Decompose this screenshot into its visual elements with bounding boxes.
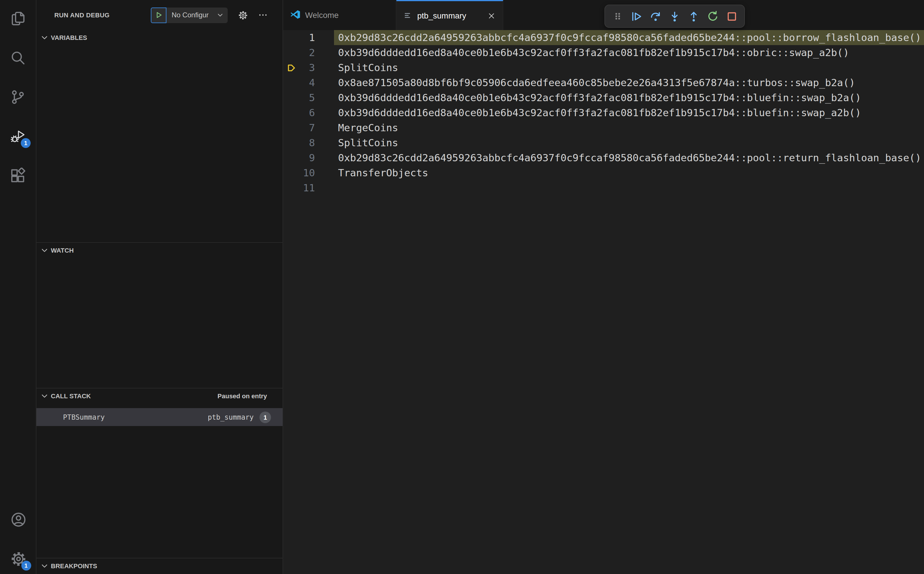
stop-icon xyxy=(726,10,738,22)
step-out-button[interactable] xyxy=(684,6,703,26)
line-number[interactable]: 7 xyxy=(283,120,315,135)
stack-frame-source: ptb_summary xyxy=(208,413,254,421)
run-and-debug-sidebar: RUN AND DEBUG No Configur xyxy=(36,0,283,574)
debug-count-badge: 1 xyxy=(21,138,31,148)
step-over-button[interactable] xyxy=(646,6,665,26)
stack-frame-badge: 1 xyxy=(260,411,271,423)
watch-section-header[interactable]: WATCH xyxy=(36,243,283,257)
sidebar-item-source-control[interactable] xyxy=(10,89,26,105)
line-text: SplitCoins xyxy=(338,135,924,150)
pause-reason-status: Paused on entry xyxy=(217,392,267,399)
chevron-down-icon xyxy=(41,392,49,400)
start-debugging-button[interactable] xyxy=(151,7,167,23)
file-list-icon xyxy=(403,11,412,20)
debug-settings-gear-button[interactable] xyxy=(238,10,248,20)
call-stack-section-header[interactable]: CALL STACK Paused on entry xyxy=(36,388,283,403)
chevron-down-icon xyxy=(41,561,49,570)
settings-button[interactable]: 1 xyxy=(10,551,26,567)
activity-bar-bottom: 1 xyxy=(0,512,36,567)
line-number[interactable]: 10 xyxy=(283,165,315,180)
activity-bar: 1 xyxy=(0,0,36,574)
continue-icon xyxy=(630,10,642,22)
code-line[interactable]: 9 0xb29d83c26cdd2a64959263abbcfc4a6937f0… xyxy=(283,150,924,165)
variables-section: VARIABLES xyxy=(36,30,283,242)
files-icon xyxy=(10,10,26,27)
sidebar-title: RUN AND DEBUG xyxy=(54,11,110,19)
stack-frame-name: PTBSummary xyxy=(63,413,105,421)
vscode-window: 1 xyxy=(0,0,924,574)
editor-area: Welcome ptb_summary xyxy=(283,0,924,574)
line-text: 0xb29d83c26cdd2a64959263abbcfc4a6937f0c9… xyxy=(338,150,924,165)
step-into-icon xyxy=(669,10,681,22)
line-text: SplitCoins xyxy=(338,60,924,75)
restart-icon xyxy=(707,10,719,22)
line-text: TransferObjects xyxy=(338,165,924,180)
code-line[interactable]: 7 MergeCoins xyxy=(283,120,924,135)
tab-ptb-summary[interactable]: ptb_summary xyxy=(397,0,503,30)
code-line[interactable]: 10 TransferObjects xyxy=(283,165,924,180)
breakpoints-section-header[interactable]: BREAKPOINTS xyxy=(36,558,283,573)
source-control-icon xyxy=(10,89,26,105)
chevron-down-icon xyxy=(41,33,49,41)
line-text: 0xb39d6dddedd16ed8a40ce0b1e6b43c92acf0ff… xyxy=(338,105,924,120)
account-icon xyxy=(10,512,26,528)
launch-control: No Configur xyxy=(151,7,228,23)
watch-section-label: WATCH xyxy=(51,246,74,254)
play-icon xyxy=(154,11,163,19)
breakpoints-section-label: BREAKPOINTS xyxy=(51,562,97,569)
line-number[interactable]: 8 xyxy=(283,135,315,150)
variables-section-label: VARIABLES xyxy=(51,34,87,41)
code-line[interactable]: 1 0xb29d83c26cdd2a64959263abbcfc4a6937f0… xyxy=(283,30,924,45)
watch-section: WATCH xyxy=(36,242,283,388)
accounts-button[interactable] xyxy=(10,512,26,528)
code-line[interactable]: 4 0x8ae871505a80d8bf6bf9c05906cda6edfeea… xyxy=(283,75,924,90)
line-text: 0xb29d83c26cdd2a64959263abbcfc4a6937f0c9… xyxy=(338,30,924,45)
editor-tab-bar: Welcome ptb_summary xyxy=(283,0,924,30)
code-editor[interactable]: 1 0xb29d83c26cdd2a64959263abbcfc4a6937f0… xyxy=(283,30,924,574)
current-statement-pointer-icon xyxy=(286,33,347,102)
search-icon xyxy=(10,50,26,66)
code-line[interactable]: 6 0xb39d6dddedd16ed8a40ce0b1e6b43c92acf0… xyxy=(283,105,924,120)
code-line[interactable]: 11 xyxy=(283,180,924,196)
tab-ptb-summary-label: ptb_summary xyxy=(417,11,484,20)
continue-button[interactable] xyxy=(627,6,646,26)
views-more-actions-button[interactable] xyxy=(258,10,268,20)
line-number[interactable]: 9 xyxy=(283,150,315,165)
sidebar-item-run-and-debug[interactable]: 1 xyxy=(10,128,26,145)
code-line[interactable]: 2 0xb39d6dddedd16ed8a40ce0b1e6b43c92acf0… xyxy=(283,45,924,60)
sidebar-item-explorer[interactable] xyxy=(10,10,26,27)
debug-configuration-dropdown[interactable]: No Configur xyxy=(167,7,228,23)
sidebar-item-search[interactable] xyxy=(10,50,26,66)
line-text: 0xb39d6dddedd16ed8a40ce0b1e6b43c92acf0ff… xyxy=(338,45,924,60)
stack-frame-row[interactable]: PTBSummary ptb_summary 1 xyxy=(36,408,283,426)
breakpoints-section: BREAKPOINTS xyxy=(36,558,283,574)
close-icon[interactable] xyxy=(487,11,496,20)
code-line[interactable]: 5 0xb39d6dddedd16ed8a40ce0b1e6b43c92acf0… xyxy=(283,90,924,105)
settings-count-badge: 1 xyxy=(21,561,31,571)
call-stack-section-label: CALL STACK xyxy=(51,392,91,399)
debug-toolbar xyxy=(604,5,745,28)
call-stack-section: CALL STACK Paused on entry PTBSummary pt… xyxy=(36,388,283,558)
sidebar-header: RUN AND DEBUG No Configur xyxy=(36,0,283,30)
sidebar-item-extensions[interactable] xyxy=(10,168,26,184)
step-into-button[interactable] xyxy=(665,6,684,26)
toolbar-drag-handle[interactable] xyxy=(608,6,627,26)
line-text: 0x8ae871505a80d8bf6bf9c05906cda6edfeea46… xyxy=(338,75,924,90)
line-number[interactable]: 11 xyxy=(283,180,315,196)
chevron-down-icon xyxy=(217,11,224,19)
code-line[interactable]: 3 SplitCoins xyxy=(283,60,924,75)
step-over-icon xyxy=(650,10,662,22)
line-text: MergeCoins xyxy=(338,120,924,135)
debug-configuration-label: No Configur xyxy=(172,11,217,19)
stop-button[interactable] xyxy=(723,6,741,26)
chevron-down-icon xyxy=(41,246,49,254)
tab-welcome-label: Welcome xyxy=(305,10,389,20)
step-out-icon xyxy=(688,10,700,22)
restart-button[interactable] xyxy=(703,6,723,26)
code-line[interactable]: 8 SplitCoins xyxy=(283,135,924,150)
variables-section-header[interactable]: VARIABLES xyxy=(36,30,283,44)
tab-welcome[interactable]: Welcome xyxy=(283,0,397,30)
extensions-icon xyxy=(10,168,26,184)
line-number[interactable]: 6 xyxy=(283,105,315,120)
vscode-logo-icon xyxy=(290,10,301,20)
